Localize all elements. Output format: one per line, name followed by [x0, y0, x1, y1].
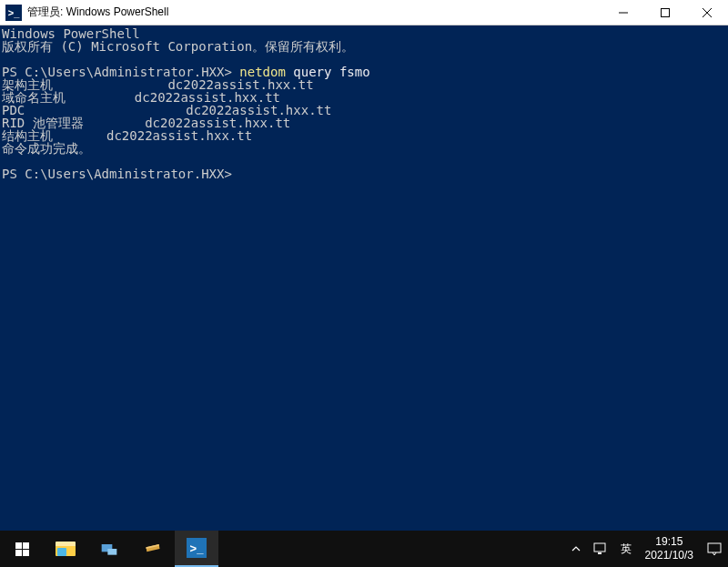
svg-rect-6	[594, 543, 605, 552]
powershell-icon: >_	[5, 5, 22, 21]
terminal-line: 版权所有 (C) Microsoft Corporation。保留所有权利。	[2, 39, 354, 54]
ime-button[interactable]: 英	[614, 531, 638, 567]
svg-rect-7	[598, 552, 602, 554]
powershell-icon: >_	[187, 538, 207, 558]
chevron-up-icon	[571, 544, 581, 553]
clock-time: 19:15	[655, 535, 682, 549]
svg-rect-8	[708, 543, 721, 552]
prompt: PS C:\Users\Administrator.HXX>	[2, 167, 239, 181]
titlebar[interactable]: >_ 管理员: Windows PowerShell	[0, 0, 728, 25]
svg-rect-5	[107, 549, 116, 555]
notification-icon	[707, 542, 722, 555]
taskbar-app-button[interactable]	[87, 531, 131, 567]
taskbar-left: >_	[0, 531, 218, 567]
ime-label: 英	[621, 542, 632, 557]
tray-overflow-button[interactable]	[565, 531, 587, 567]
maximize-button[interactable]	[644, 0, 686, 25]
network-icon	[593, 542, 608, 555]
window-controls	[602, 0, 728, 25]
file-explorer-button[interactable]	[44, 531, 87, 567]
output-line: 命令成功完成。	[2, 141, 91, 156]
powershell-taskbar-button[interactable]: >_	[175, 531, 218, 567]
start-button[interactable]	[0, 531, 44, 567]
notifications-button[interactable]	[701, 531, 728, 567]
network-button[interactable]	[587, 531, 614, 567]
taskbar-app-button[interactable]	[131, 531, 175, 567]
powershell-window: >_ 管理员: Windows PowerShell Windows Power…	[0, 0, 728, 531]
taskbar: >_ 英 19:15 2021/10/3	[0, 531, 728, 567]
device-icon	[100, 540, 118, 558]
windows-icon	[15, 542, 29, 556]
clock-button[interactable]: 19:15 2021/10/3	[638, 535, 701, 562]
folder-icon	[56, 542, 76, 556]
system-tray: 英 19:15 2021/10/3	[565, 531, 728, 567]
minimize-button[interactable]	[602, 0, 644, 25]
window-title: 管理员: Windows PowerShell	[25, 5, 602, 20]
svg-rect-1	[662, 8, 670, 16]
clock-date: 2021/10/3	[645, 549, 693, 562]
close-button[interactable]	[686, 0, 728, 25]
terminal-area[interactable]: Windows PowerShell 版权所有 (C) Microsoft Co…	[0, 25, 728, 531]
files-icon	[144, 540, 162, 558]
